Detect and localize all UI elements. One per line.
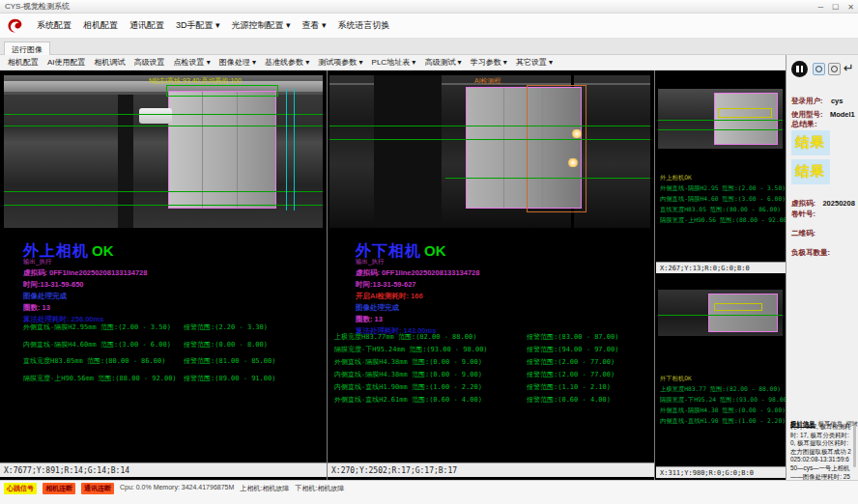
- log-scrollbar[interactable]: [853, 425, 856, 467]
- reflection-glow: [571, 129, 583, 138]
- menu-item-camera-config[interactable]: 相机配置: [83, 19, 118, 32]
- window-titlebar[interactable]: CYS-视觉检测系统: [0, 0, 858, 14]
- scan-line-box: [166, 85, 278, 97]
- cpu-memory-status: Cpu: 0.0% Memory: 3424.41796875M: [120, 484, 234, 490]
- measure-row: 隔膜宽度-上H90.56mm 范围:(88.00 - 92.00)报警范围:(8…: [23, 374, 323, 391]
- left-pixel-coordinates: X:7677;Y:891;R:14;G:14;B:14: [0, 462, 327, 477]
- measure-row: 上极宽度H83.77mm 范围:(82.00 - 88.00)报警范围:(83.…: [334, 332, 648, 345]
- pause-button[interactable]: [791, 61, 808, 77]
- window-title: CYS-视觉检测系统: [5, 2, 70, 11]
- tool-camera-debug[interactable]: 相机调试: [95, 57, 126, 68]
- pause-icon: [796, 66, 799, 72]
- panel-divider: [654, 70, 655, 480]
- tool-baseline-params[interactable]: 基准线参数 ▾: [265, 57, 309, 68]
- middle-virtual-code: 虚拟码: 0FF1line20250208133134728: [356, 269, 479, 277]
- minimize-button[interactable]: ─: [817, 3, 823, 12]
- tool-advanced-settings[interactable]: 高级设置: [134, 57, 165, 68]
- heartbeat-status-badge: 心跳信号: [4, 483, 37, 494]
- model-label: 使用型号:: [791, 110, 823, 119]
- left-ok-status: OK: [92, 242, 114, 259]
- tool-advanced-test[interactable]: 高级测试 ▾: [424, 57, 461, 68]
- middle-camera-image[interactable]: AI检测框: [329, 75, 650, 228]
- measure-row: 内侧直线-隔膜H4.38mm 范围:(0.00 - 9.00)报警范围:(2.0…: [334, 370, 648, 382]
- middle-ok-status: OK: [424, 242, 446, 259]
- result-line: 隔膜宽度-上H90.56 范围:(88.00 - 92.00): [660, 216, 786, 227]
- detect-zone-box: [718, 108, 772, 118]
- left-camera-image[interactable]: N轮扫高线:93.40;亮均高值:100: [4, 75, 323, 228]
- gripper-connector: [139, 108, 172, 124]
- measure-row: 外侧直线-隔膜H4.38mm 范围:(0.00 - 9.00)报警范围:(2.0…: [334, 357, 648, 370]
- menu-item-view[interactable]: 查看 ▾: [302, 19, 327, 32]
- result-line: 上极宽度H83.77 范围:(82.00 - 88.00): [660, 385, 786, 396]
- brand-swirl-icon: [6, 17, 25, 35]
- menu-item-light-control[interactable]: 光源控制配置 ▾: [232, 19, 291, 32]
- result-line: 外下相机OK: [660, 375, 786, 385]
- tab-strip: 运行图像: [0, 39, 858, 55]
- negative-tab-count-label: 负极耳数量:: [791, 248, 830, 258]
- camera-icon: [815, 66, 822, 72]
- tool-image-processing[interactable]: 图像处理 ▾: [219, 57, 256, 68]
- total-result-label: 总结果:: [791, 119, 817, 129]
- right-bottom-camera-image[interactable]: [658, 290, 783, 336]
- model-value: Model1: [830, 110, 855, 119]
- virtual-code-label: 虚拟码:: [791, 199, 815, 208]
- result-badge-top: 结果: [791, 130, 830, 155]
- left-time: 时间:13-31-59-650: [23, 281, 147, 289]
- close-button[interactable]: ✕: [847, 3, 854, 12]
- tool-spot-check[interactable]: 点检设置 ▾: [174, 57, 211, 68]
- right-top-camera-image[interactable]: [658, 89, 783, 149]
- virtual-code-row: 虚拟码: 20250208: [791, 192, 855, 210]
- right-bottom-pixel-coordinates: X:311;Y:980;R:0;G:0;B:0: [656, 466, 786, 478]
- left-turn-count: 圈数: 13: [23, 304, 147, 312]
- right-sidebar: ↵ 登录用户: cys 使用型号: Model1 总结果: 结果 结果 虚拟码:…: [786, 55, 858, 480]
- result-line: 外上相机OK: [660, 174, 786, 184]
- reflection-glow: [567, 158, 579, 167]
- tool-bar: 相机配置 AI使用配置 相机调试 高级设置 点检设置 ▾ 图像处理 ▾ 基准线参…: [0, 55, 786, 70]
- camera-result-button[interactable]: [828, 63, 841, 75]
- window-controls: ─ ☐ ✕: [817, 0, 854, 14]
- tool-plc-address[interactable]: PLC地址表 ▾: [372, 57, 416, 68]
- result-badge-bottom: 结果: [791, 159, 830, 184]
- camera-live-button[interactable]: [813, 63, 825, 75]
- result-line: 隔膜宽度-下H95.24 范围:(93.00 - 98.00): [660, 396, 786, 406]
- result-line: 直线宽度H83.05 范围:(80.00 - 86.00): [660, 206, 786, 216]
- middle-measurement-rows: 上极宽度H83.77mm 范围:(82.00 - 88.00)报警范围:(83.…: [334, 332, 648, 407]
- tool-ai-config[interactable]: AI使用配置: [47, 57, 86, 68]
- return-arrow-icon[interactable]: ↵: [844, 62, 854, 74]
- tool-learning-params[interactable]: 学习参数 ▾: [471, 57, 507, 68]
- result-line: 外侧直线-隔膜H4.38 范围:(0.00 - 9.00): [660, 406, 786, 417]
- lower-camera-status[interactable]: 下相机:相机故障: [295, 484, 344, 493]
- left-result-block: 外上相机OK 输出_执行 虚拟码: 0FF1line20250208133134…: [23, 243, 147, 323]
- measure-row: 外侧直线-直线H2.61mm 范围:(0.60 - 4.00)报警范围:(0.6…: [334, 395, 648, 407]
- right-top-pixel-coordinates: X:267;Y:13;R:0;G:0;B:0: [656, 262, 786, 273]
- middle-ai-time: 开启AI检测耗时: 166: [356, 293, 479, 300]
- cell-region-outline: [714, 93, 778, 145]
- cell-region-outline: [708, 294, 778, 332]
- result-line: 外侧直线-隔膜H2.95 范围:(2.00 - 3.50): [660, 184, 786, 195]
- tool-test-params[interactable]: 测试项参数 ▾: [318, 57, 362, 68]
- winding-pin-label: 卷针号:: [791, 210, 815, 219]
- virtual-code-value: 20250208: [822, 199, 854, 208]
- middle-camera-title: 外下相机OK: [356, 243, 479, 259]
- detect-zone-box: [714, 303, 762, 311]
- menu-item-system-config[interactable]: 系统配置: [37, 19, 72, 32]
- camera-link-status-badge: 相机连断: [43, 483, 75, 494]
- tool-camera-config[interactable]: 相机配置: [8, 57, 39, 68]
- menu-bar: 系统配置 相机配置 通讯配置 3D手配置 ▾ 光源控制配置 ▾ 查看 ▾ 系统语…: [0, 14, 858, 39]
- middle-pixel-coordinates: X:270;Y:2502;R:17;G:17;B:17: [328, 462, 654, 477]
- left-processing-done: 图像处理完成: [23, 293, 147, 300]
- left-exec-label: 输出_执行: [23, 259, 147, 266]
- maximize-button[interactable]: ☐: [832, 3, 839, 12]
- ai-box-label: AI检测框: [474, 76, 501, 86]
- status-bar: 心跳信号 相机连断 通讯连断 Cpu: 0.0% Memory: 3424.41…: [0, 480, 858, 504]
- menu-item-3d-hand-config[interactable]: 3D手配置 ▾: [176, 19, 220, 32]
- panel-divider: [327, 70, 328, 480]
- pause-icon: [801, 66, 804, 72]
- upper-camera-status[interactable]: 上相机:相机故障: [240, 484, 289, 493]
- menu-item-language-switch[interactable]: 系统语言切换: [338, 19, 390, 32]
- left-measurement-rows: 外侧直线-隔膜H2.95mm 范围:(2.00 - 3.50)报警范围:(2.2…: [23, 322, 323, 390]
- measure-row: 内侧直线-直线H1.90mm 范围:(1.00 - 2.20)报警范围:(1.1…: [334, 382, 648, 395]
- menu-item-comm-config[interactable]: 通讯配置: [129, 19, 164, 32]
- tool-other-settings[interactable]: 其它设置 ▾: [516, 57, 553, 68]
- right-top-result-lines: 外上相机OK 外侧直线-隔膜H2.95 范围:(2.00 - 3.50) 内侧直…: [660, 174, 786, 227]
